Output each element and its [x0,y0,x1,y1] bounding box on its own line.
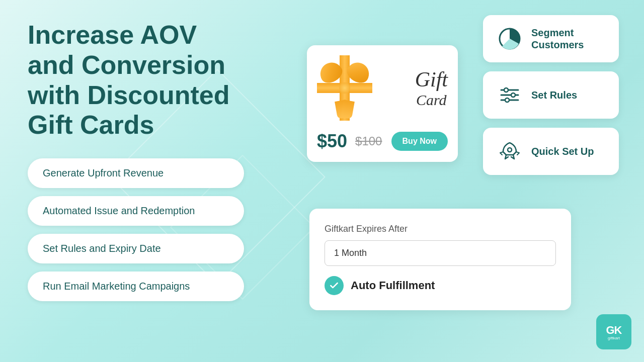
buy-now-button[interactable]: Buy Now [391,132,448,151]
logo-text: GK [606,324,622,337]
expiry-card: Giftkart Expires After 1 Month Auto Fulf… [309,209,571,310]
set-rules-card[interactable]: Set Rules [483,71,619,119]
card-word: Card [415,92,448,108]
feature-item-4[interactable]: Run Email Marketing Campaigns [28,272,244,301]
main-headline: Increase AOV and Conversion with Discoun… [28,20,289,140]
gift-word: Gift [415,68,448,91]
logo-sub-text: giftkart [606,336,622,340]
check-circle-icon [325,276,344,295]
segment-customers-card[interactable]: SegmentCustomers [483,15,619,62]
price-old: $100 [355,134,382,148]
svg-point-4 [504,88,508,92]
feature-item-1[interactable]: Generate Upfront Revenue [28,158,244,188]
pie-chart-icon [497,26,522,51]
feature-list: Generate Upfront Revenue Automated Issue… [28,158,289,301]
gift-card: Gift Card $50 $100 Buy Now [307,45,458,162]
sidebar-cards: SegmentCustomers Set Rules [483,15,619,175]
feature-item-3[interactable]: Set Rules and Expiry Date [28,234,244,263]
sliders-icon [497,82,522,108]
gift-bow [317,55,372,121]
auto-fulfillment-text: Auto Fulfillment [351,279,435,292]
quick-setup-label: Quick Set Up [531,145,594,157]
feature-item-2[interactable]: Automated Issue and Redemption [28,196,244,226]
svg-point-6 [505,98,509,102]
quick-setup-card[interactable]: Quick Set Up [483,128,619,175]
svg-point-5 [511,93,515,97]
logo-badge: GK giftkart [596,314,631,349]
left-section: Increase AOV and Conversion with Discoun… [28,20,289,301]
rocket-icon [497,139,522,164]
set-rules-label: Set Rules [531,89,577,101]
gift-card-text: Gift Card [415,68,448,108]
expiry-label: Giftkart Expires After [325,224,556,234]
price-new: $50 [317,131,347,152]
auto-fulfillment-row: Auto Fulfillment [325,276,556,295]
expiry-input[interactable]: 1 Month [325,240,556,266]
segment-customers-label: SegmentCustomers [531,27,584,51]
gift-card-section: Gift Card $50 $100 Buy Now [307,45,468,172]
svg-point-7 [508,148,512,152]
